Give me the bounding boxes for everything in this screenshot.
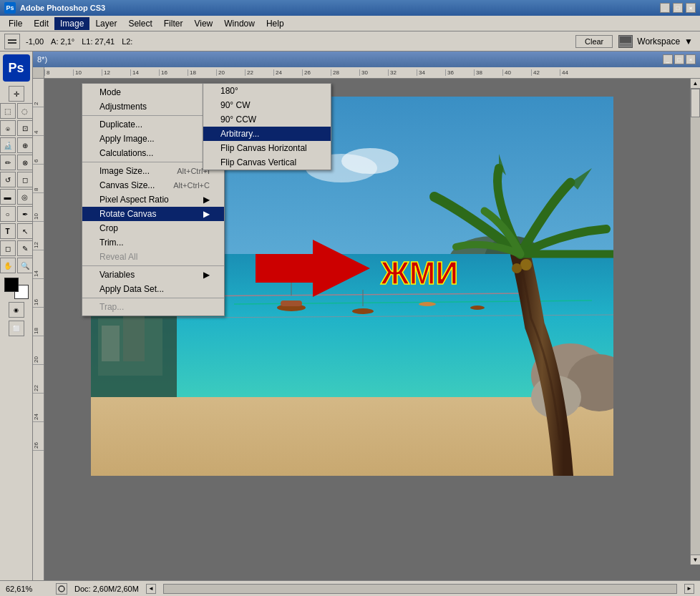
menu-layer[interactable]: Layer — [89, 17, 122, 30]
tool-pair-history: ↺ ◻ — [0, 172, 33, 187]
mode-buttons: ◉ — [9, 302, 24, 318]
svg-rect-16 — [91, 397, 613, 476]
menu-item-apply-dataset[interactable]: Apply Data Set... — [82, 282, 224, 296]
workspace-label: Workspace — [637, 36, 680, 47]
move-tool[interactable]: ✛ — [9, 86, 24, 102]
magic-wand-tool[interactable]: ⍟ — [0, 120, 16, 136]
blur-tool[interactable]: ◎ — [17, 189, 33, 205]
crop-tool[interactable]: ⊡ — [17, 120, 33, 136]
heal-tool[interactable]: ⊕ — [17, 137, 33, 153]
menu-item-trim[interactable]: Trim... — [82, 235, 224, 250]
screen-mode-btn[interactable]: ⬜ — [9, 321, 24, 336]
zoom-icon[interactable] — [56, 583, 67, 595]
menu-item-canvas-size[interactable]: Canvas Size... Alt+Ctrl+C — [82, 178, 224, 192]
svg-rect-20 — [123, 311, 145, 361]
dodge-tool[interactable]: ○ — [0, 206, 16, 222]
tool-pair-marquee: ⬚ ◌ — [0, 103, 33, 119]
foreground-color[interactable] — [4, 278, 19, 292]
doc-maximize[interactable]: □ — [674, 54, 684, 64]
menu-select[interactable]: Select — [122, 17, 157, 30]
flip-horizontal[interactable]: Flip Canvas Horizontal — [203, 141, 331, 155]
svg-text:ЖМИ: ЖМИ — [380, 255, 458, 290]
menu-file[interactable]: File — [3, 17, 28, 30]
pen-tool[interactable]: ✒ — [17, 206, 33, 222]
ruler-mark: 8 — [44, 69, 73, 76]
flip-vertical[interactable]: Flip Canvas Vertical — [203, 155, 331, 170]
ruler-left-marks: 2 4 6 8 10 12 14 16 18 20 22 24 26 — [33, 79, 44, 451]
scrollbar-horizontal[interactable] — [163, 584, 677, 594]
eraser-tool[interactable]: ◻ — [17, 172, 33, 187]
ruler-left-mark: 8 — [33, 165, 44, 193]
menu-item-rotate-canvas[interactable]: Rotate Canvas ▶ — [82, 207, 224, 221]
notes-tool[interactable]: ✎ — [17, 240, 33, 256]
canvas-area: 8*) _ □ × 8 10 12 14 16 18 20 22 24 26 2… — [33, 52, 700, 580]
ruler-left-mark: 24 — [33, 394, 44, 422]
svg-point-23 — [352, 308, 374, 314]
scroll-right-btn[interactable]: ► — [684, 584, 694, 594]
menu-item-pixel-aspect[interactable]: Pixel Aspect Ratio ▶ — [82, 192, 224, 207]
path-select-tool[interactable]: ↖ — [17, 223, 33, 239]
tool-pair-eyedropper: 🔬 ⊕ — [0, 137, 33, 153]
rotate-arbitrary[interactable]: Arbitrary... — [203, 127, 331, 141]
menu-image[interactable]: Image — [54, 17, 89, 30]
coord-l2: L2: — [122, 37, 132, 46]
history-tool[interactable]: ↺ — [0, 172, 16, 187]
svg-point-35 — [59, 586, 64, 592]
text-tool[interactable]: T — [0, 223, 16, 239]
ruler-left-mark: 10 — [33, 193, 44, 222]
nav-arrows-right: ► — [684, 584, 694, 594]
ruler-left-mark: 4 — [33, 107, 44, 136]
scroll-left-btn[interactable]: ◄ — [146, 584, 156, 594]
menu-item-reveal-all: Reveal All — [82, 250, 224, 264]
menu-help[interactable]: Help — [261, 17, 290, 30]
scroll-down-btn[interactable]: ▼ — [691, 555, 700, 565]
rotate-90ccw[interactable]: 90° CCW — [203, 112, 331, 127]
gradient-tool[interactable]: ▬ — [0, 189, 16, 205]
menu-item-trap: Trap... — [82, 300, 224, 314]
close-button[interactable]: × — [686, 3, 696, 13]
shape-tool[interactable]: ◻ — [0, 240, 16, 256]
zoom-tool[interactable]: 🔍 — [17, 258, 33, 273]
scroll-track-v[interactable] — [691, 89, 700, 555]
hand-tool[interactable]: ✋ — [0, 258, 16, 273]
marquee-tool[interactable]: ⬚ — [0, 103, 16, 119]
svg-rect-22 — [281, 301, 302, 306]
tool-pair-magic: ⍟ ⊡ — [0, 120, 33, 136]
ruler-left-mark: 26 — [33, 422, 44, 451]
workspace-dropdown-icon[interactable]: ▼ — [684, 36, 693, 47]
ruler-left-mark: 14 — [33, 250, 44, 279]
quick-mask-mode[interactable]: ◉ — [9, 302, 24, 318]
svg-rect-0 — [8, 39, 16, 41]
lasso-tool[interactable]: ◌ — [17, 103, 33, 119]
maximize-button[interactable]: □ — [673, 3, 683, 13]
ps-toolbar-logo: Ps — [3, 54, 30, 82]
doc-info: Doc: 2,60M/2,60M — [74, 585, 139, 593]
doc-minimize[interactable]: _ — [663, 54, 673, 64]
ruler-mark: 32 — [388, 69, 417, 76]
doc-close[interactable]: × — [686, 54, 696, 64]
scroll-thumb-v[interactable] — [691, 89, 700, 117]
coord-x: -1,00 — [26, 37, 44, 46]
clear-button[interactable]: Clear — [575, 35, 613, 48]
rotate-180[interactable]: 180° — [203, 84, 331, 98]
left-toolbar: Ps ✛ ⬚ ◌ ⍟ ⊡ 🔬 ⊕ ✏ ⊗ ↺ ◻ ▬ ◎ ○ ✒ — [0, 52, 33, 580]
menu-edit[interactable]: Edit — [28, 17, 54, 30]
menu-item-crop[interactable]: Crop — [82, 221, 224, 235]
menu-filter[interactable]: Filter — [158, 17, 189, 30]
eyedropper-tool[interactable]: 🔬 — [0, 137, 16, 153]
ruler-mark: 24 — [273, 69, 302, 76]
app-title: Adobe Photoshop CS3 — [20, 4, 105, 12]
nav-arrows: ◄ — [146, 584, 156, 594]
scroll-up-btn[interactable]: ▲ — [691, 79, 700, 89]
brush-tool[interactable]: ✏ — [0, 155, 16, 170]
minimize-button[interactable]: _ — [660, 3, 670, 13]
menu-window[interactable]: Window — [218, 17, 261, 30]
title-bar: Ps Adobe Photoshop CS3 _ □ × — [0, 0, 700, 16]
tool-options-icon — [4, 34, 20, 49]
zoom-level: 62,61% — [6, 585, 49, 593]
clone-tool[interactable]: ⊗ — [17, 155, 33, 170]
menu-item-variables[interactable]: Variables ▶ — [82, 268, 224, 282]
menu-view[interactable]: View — [188, 17, 218, 30]
ruler-mark: 30 — [359, 69, 388, 76]
rotate-90cw[interactable]: 90° CW — [203, 98, 331, 112]
